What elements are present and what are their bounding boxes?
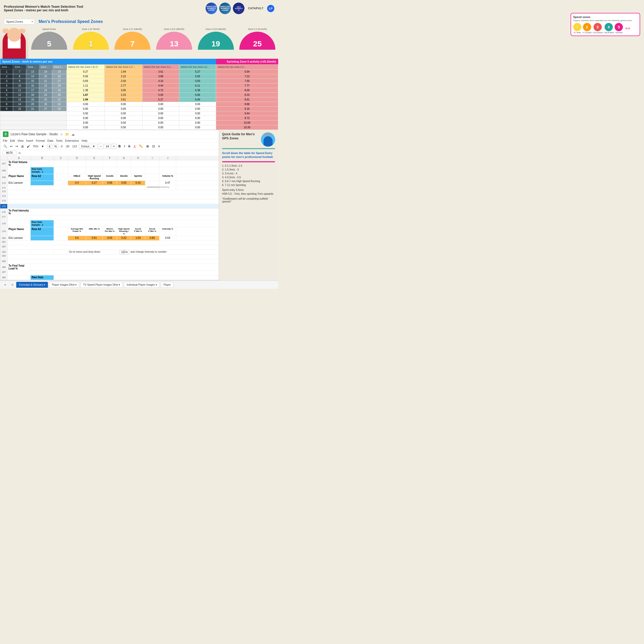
text-color-btn[interactable]: A: [132, 144, 137, 149]
decel-val: 0.80: [145, 236, 159, 240]
rp-item-3: 3. 3-4.m/s - 4: [222, 172, 275, 175]
lp-avatar: LP: [267, 5, 274, 12]
cloud-icon[interactable]: ☁: [71, 132, 75, 136]
main-content-area: S Lizzie's Raw Data Sample - Studio ☆ 📁 …: [0, 130, 278, 280]
arches-container: Speed Zones 5 Zone 1 (0-7km/h) 1 Zone 2 …: [0, 27, 278, 59]
eric-larsson-cell: Eric Larsson: [7, 181, 31, 185]
folder-icon[interactable]: 📁: [65, 132, 69, 136]
row-a2-label: Row A2: [31, 174, 54, 181]
tab-plus-btn[interactable]: +: [2, 282, 8, 287]
volume-value: 0.47: [159, 181, 176, 185]
decel-header: Decel/P Min %: [145, 227, 159, 236]
dropdown-wrapper[interactable]: Speed Zones ▼: [4, 19, 35, 24]
menu-data[interactable]: Data: [47, 139, 53, 142]
bwsl-logo: BARCLAYSWOMEN'SSUPER: [206, 3, 217, 14]
arch-label-2: Zone 1 (0-7km/h): [82, 28, 100, 30]
fx-label: fx: [19, 151, 21, 155]
ss-icon: S: [3, 131, 9, 137]
toolbar: Speed Zones ▼ Men's Professional Speed Z…: [0, 17, 278, 27]
ss-formula-bar: M175 fx: [0, 150, 219, 156]
table-col-headers: Zone ... Zone ... Zone ... Zone ... Zone…: [0, 65, 278, 70]
cell-ref-display[interactable]: M175: [2, 151, 16, 155]
font-select[interactable]: Defaul... ▼: [79, 144, 98, 149]
header-title: Professional Women's Match Team Selectio…: [4, 5, 83, 12]
tab-player-images-dfnd[interactable]: Player Images Dfnd ▾: [49, 282, 79, 288]
ss-row: 177: [0, 216, 219, 220]
tab-lines-btn[interactable]: ≡: [9, 282, 15, 287]
percent-btn[interactable]: %: [53, 144, 58, 149]
header: Professional Women's Match Team Selectio…: [0, 0, 278, 17]
player-figure: [0, 27, 28, 59]
ss-row: 169 Player Name Row A2 HMLD High SpeedRu…: [0, 174, 219, 181]
pink-bar: [222, 161, 275, 162]
ss-menubar: File Edit View Insert Format Data Tools …: [0, 139, 219, 143]
ss-row: 186 To Find Total Load %: [0, 264, 219, 271]
bold-btn[interactable]: B: [117, 144, 122, 149]
tab-player[interactable]: Player: [161, 282, 174, 288]
ss-titlebar: S Lizzie's Raw Data Sample - Studio ☆ 📁 …: [0, 130, 219, 139]
tab-tv-speed[interactable]: TV Speed Player Images Dfnd ▾: [80, 282, 123, 288]
currency-btn[interactable]: £: [47, 144, 52, 149]
empty-cell: [31, 160, 54, 167]
title-line2: Speed Zones - metres per sec m/s and km/…: [4, 9, 83, 12]
hsr-value: 0.27: [86, 181, 103, 185]
ss-row: 187: [0, 271, 219, 275]
decels-value: 0.65: [117, 181, 131, 185]
table-row: 3 9 15 21 27 0.83 2.50 4.16 5.83 7.50: [0, 79, 278, 83]
ss-filename: Lizzie's Raw Data Sample - Studio: [11, 132, 58, 136]
instruction-cell: Go to menu and drop down: [68, 250, 120, 254]
tab-individual-player[interactable]: Individual Player Images ▾: [124, 282, 160, 288]
align-btn[interactable]: ≡: [157, 144, 161, 149]
speed-zones-select[interactable]: Speed Zones: [4, 19, 35, 24]
undo-btn[interactable]: ↩: [9, 144, 14, 149]
ss-row: 179 Player Name Row A2 Average MetPower …: [0, 227, 219, 236]
menu-extensions[interactable]: Extensions: [65, 139, 79, 142]
instruction-cell2: and change Intensity to number: [129, 250, 167, 254]
format-paint-btn[interactable]: 🖌: [26, 144, 31, 149]
accel-header: Accel/P Min %: [131, 227, 145, 236]
menu-tools[interactable]: Tools: [56, 139, 63, 142]
ss-row: 168 Raw DataSample - 1: [0, 167, 219, 174]
font-plus[interactable]: +: [112, 144, 116, 149]
123-dropdown[interactable]: 123 ▾: [120, 250, 129, 254]
metres-per-min-header: MetresPer Min %: [103, 227, 117, 236]
ss-grid: A B C D E F G H I J 167 To Find Volume %: [0, 156, 219, 280]
menu-file[interactable]: File: [3, 139, 7, 142]
table-row: 8 14 20 26 32 0.00 0.00 0.00 0.00 8.88: [0, 102, 278, 107]
ss-row: 167 To Find Volume %: [0, 160, 219, 167]
menu-insert[interactable]: Insert: [26, 139, 33, 142]
tab-formulas-glossary[interactable]: Formulas & Glossary ▾: [16, 282, 48, 288]
table-header-sprint: Sprinting Zone 5 activity (>25.2km/h): [216, 59, 278, 65]
merge-btn[interactable]: ⊡: [151, 144, 156, 149]
menu-help[interactable]: Help: [81, 139, 87, 142]
arch-number-1: 5: [47, 39, 51, 48]
redo-btn[interactable]: ↪: [14, 144, 19, 149]
italic-btn[interactable]: I: [123, 144, 126, 149]
highlight-btn[interactable]: ✏️: [138, 144, 144, 149]
menu-edit[interactable]: Edit: [10, 139, 15, 142]
hmld-value: 0.4: [68, 181, 86, 185]
print-btn[interactable]: 🖨: [20, 144, 25, 149]
strikethrough-btn[interactable]: S: [127, 144, 132, 149]
th-mps3: Metres Per Sec Zone 3 (1...: [142, 65, 179, 70]
menu-view[interactable]: View: [18, 139, 24, 142]
section2-title: To Find Intensity %: [7, 209, 31, 215]
accels-header: Accels: [103, 174, 117, 181]
arch-number-2: 1: [89, 39, 93, 48]
menu-format[interactable]: Format: [36, 139, 45, 142]
title-line1: Professional Women's Match Team Selectio…: [4, 5, 83, 9]
arch-number-3: 7: [130, 39, 135, 48]
table-row: 0.00 0.00 0.00 0.00 10.00: [0, 121, 278, 125]
th-zone1: Zone ...: [0, 65, 13, 70]
rp-item-gk: *Goalkeepers will be completing outfield…: [222, 197, 275, 203]
font-minus[interactable]: −: [98, 144, 103, 149]
ss-row: 173: [0, 195, 219, 199]
hmld-header: HMLD: [68, 174, 86, 181]
borders-btn[interactable]: ⊞: [145, 144, 150, 149]
ss-row: 172: [0, 190, 219, 195]
zoom-dropdown[interactable]: ▼: [40, 144, 45, 148]
arch-zone2: Zone 2 (7-13km/h) 7: [112, 27, 153, 59]
star-icon[interactable]: ☆: [60, 132, 63, 136]
player-name-label: Player Name: [7, 174, 31, 181]
search-btn[interactable]: 🔍: [2, 144, 8, 149]
